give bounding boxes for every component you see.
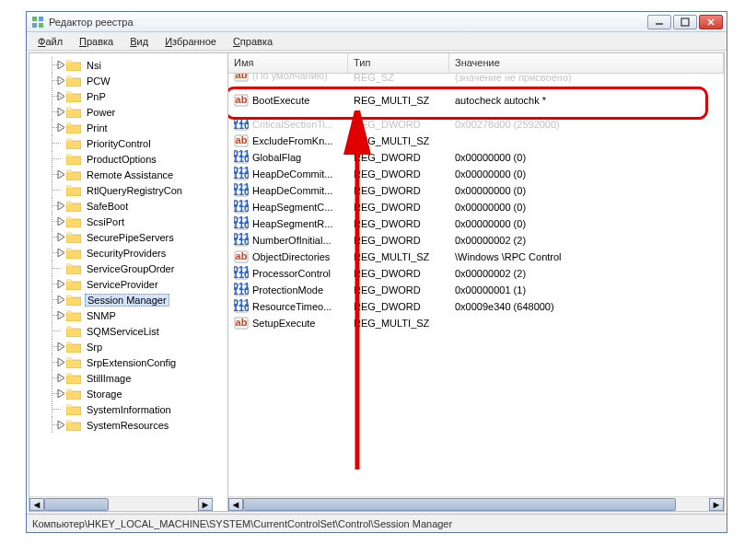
tree-node-servicegrouporder[interactable]: ServiceGroupOrder [33,261,227,276]
tree-node-storage[interactable]: Storage [33,386,227,401]
value-row[interactable]: HeapDeCommit...REG_DWORD0x00000000 (0) [228,182,724,199]
tree-hscroll[interactable]: ◄ ► [29,496,213,511]
value-data: 0x00000000 (0) [449,152,724,163]
tree-node-securityproviders[interactable]: SecurityProviders [33,245,227,261]
value-name: ProcessorControl [252,268,331,279]
tree-node-serviceprovider[interactable]: ServiceProvider [33,276,227,292]
folder-icon [66,262,81,274]
value-row[interactable]: GlobalFlagREG_DWORD0x00000000 (0) [228,149,724,166]
value-row[interactable]: CriticalSectionTi...REG_DWORD0x00278d00 … [228,116,724,133]
scroll-left-icon[interactable]: ◄ [228,498,243,511]
expand-icon[interactable] [57,108,65,116]
tree-node-remote-assistance[interactable]: Remote Assistance [33,167,227,182]
value-data: 0x0009e340 (648000) [449,301,724,312]
tree-node-prioritycontrol[interactable]: PriorityControl [33,135,227,151]
folder-icon [66,419,81,431]
tree-node-pnp[interactable]: PnP [33,88,227,104]
value-type: REG_DWORD [348,185,449,196]
tree-node-productoptions[interactable]: ProductOptions [33,151,227,167]
tree-label: ServiceProvider [85,279,160,290]
titlebar[interactable]: Редактор реестра [27,12,727,32]
column-type[interactable]: Тип [348,53,449,73]
value-row[interactable]: ProcessorControlREG_DWORD0x00000002 (2) [228,265,724,282]
value-row[interactable]: ProtectionModeREG_DWORD0x00000001 (1) [228,282,724,298]
folder-icon [66,75,81,87]
expand-icon[interactable] [57,389,65,398]
expand-icon[interactable] [57,170,65,179]
tree-node-print[interactable]: Print [33,120,227,135]
maximize-button[interactable] [673,15,697,29]
scroll-thumb[interactable] [44,498,109,511]
expand-icon[interactable] [57,233,65,241]
expand-icon[interactable] [57,92,65,100]
tree-node-systeminformation[interactable]: SystemInformation [33,401,227,417]
tree-node-session-manager[interactable]: Session Manager [33,292,227,307]
menu-файл[interactable]: Файл [30,34,70,49]
scroll-left-icon[interactable]: ◄ [29,498,44,511]
value-type: REG_DWORD [348,119,449,130]
string-icon [234,93,249,108]
menu-справка[interactable]: Справка [226,34,280,49]
expand-icon[interactable] [57,280,65,288]
tree-node-systemresources[interactable]: SystemResources [33,417,227,433]
column-name[interactable]: Имя [228,53,348,73]
value-row[interactable]: HeapSegmentR...REG_DWORD0x00000000 (0) [228,215,724,232]
tree-node-safeboot[interactable]: SafeBoot [33,198,227,214]
expand-icon[interactable] [57,76,65,85]
tree-node-nsi[interactable]: Nsi [33,57,227,73]
tree-node-stillimage[interactable]: StillImage [33,370,227,386]
expand-icon[interactable] [57,249,65,257]
expand-icon[interactable] [57,296,65,304]
content-area: NsiPCWPnPPowerPrintPriorityControlProduc… [29,52,725,512]
menu-вид[interactable]: Вид [122,34,156,49]
value-row[interactable]: HeapDeCommit...REG_DWORD0x00000000 (0) [228,166,724,182]
tree-node-securepipeservers[interactable]: SecurePipeServers [33,229,227,245]
folder-icon [66,59,81,71]
list-hscroll[interactable]: ◄ ► [228,496,724,511]
expand-icon[interactable] [57,311,65,319]
expand-icon[interactable] [57,202,65,210]
string-icon [234,133,249,148]
tree-node-srpextensionconfig[interactable]: SrpExtensionConfig [33,354,227,370]
tree-node-power[interactable]: Power [33,104,227,120]
value-row[interactable]: ObjectDirectoriesREG_MULTI_SZ\Windows \R… [228,249,724,265]
tree-label: Power [85,107,117,118]
value-row[interactable]: ResourceTimeo...REG_DWORD0x0009e340 (648… [228,298,724,315]
expand-icon[interactable] [57,342,65,351]
scroll-thumb[interactable] [243,498,676,511]
scroll-right-icon[interactable]: ► [198,498,213,511]
expand-icon[interactable] [57,374,65,382]
tree-node-rtlqueryregistrycon[interactable]: RtlQueryRegistryCon [33,182,227,198]
value-name: ExcludeFromKn... [252,135,332,146]
value-row[interactable]: SetupExecuteREG_MULTI_SZ [228,315,724,331]
expand-icon[interactable] [57,123,65,132]
tree-node-scsiport[interactable]: ScsiPort [33,214,227,229]
expand-icon[interactable] [57,421,65,429]
tree-label: Srp [85,342,104,353]
expand-icon[interactable] [57,61,65,69]
expand-icon[interactable] [57,358,65,366]
binary-icon [234,200,249,215]
value-row[interactable]: ExcludeFromKn...REG_MULTI_SZ [228,133,724,149]
value-row[interactable]: BootExecuteREG_MULTI_SZautocheck autochk… [228,92,724,109]
tree-node-pcw[interactable]: PCW [33,73,227,88]
value-type: REG_DWORD [348,152,449,163]
tree-pane[interactable]: NsiPCWPnPPowerPrintPriorityControlProduc… [29,53,228,511]
column-value[interactable]: Значение [449,53,724,73]
expand-icon[interactable] [57,217,65,226]
folder-icon [66,325,81,337]
value-row-cut[interactable]: (По умолчанию)REG_SZ(значение не присвое… [228,74,724,83]
close-button[interactable] [699,15,723,29]
menu-избранное[interactable]: Избранное [157,34,224,49]
tree-node-srp[interactable]: Srp [33,339,227,354]
folder-icon [66,153,81,165]
menu-правка[interactable]: Правка [72,34,121,49]
list-body[interactable]: (По умолчанию)REG_SZ(значение не присвое… [228,74,724,496]
tree-node-snmp[interactable]: SNMP [33,307,227,323]
tree-node-sqmservicelist[interactable]: SQMServiceList [33,323,227,339]
value-row[interactable]: HeapSegmentC...REG_DWORD0x00000000 (0) [228,199,724,215]
value-row[interactable]: NumberOfInitial...REG_DWORD0x00000002 (2… [228,232,724,249]
minimize-button[interactable] [647,15,671,29]
scroll-right-icon[interactable]: ► [709,498,724,511]
registry-editor-window: Редактор реестра ФайлПравкаВидИзбранноеС… [26,11,727,533]
